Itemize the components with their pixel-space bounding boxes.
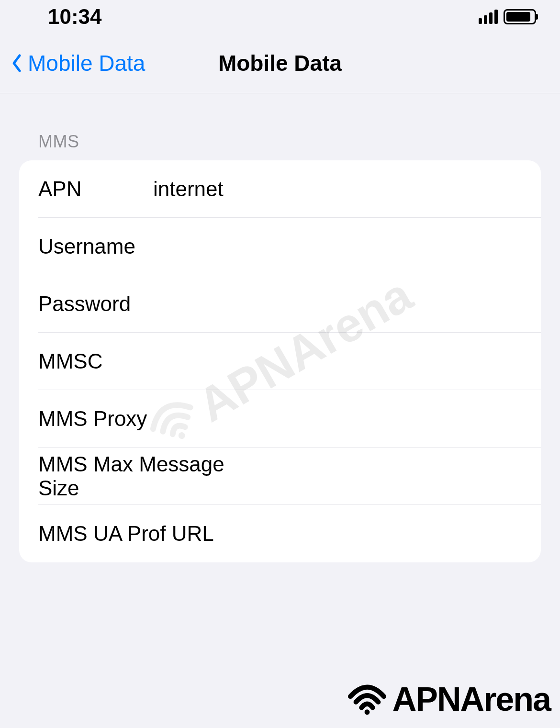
navigation-bar: Mobile Data Mobile Data — [0, 34, 560, 93]
cellular-signal-icon — [479, 10, 498, 24]
mms-settings-group: APN Username Password MMSC MMS Proxy MMS… — [19, 160, 541, 562]
chevron-left-icon — [10, 51, 24, 75]
mms-max-size-input[interactable] — [259, 464, 522, 488]
mms-proxy-label: MMS Proxy — [38, 407, 259, 431]
mmsc-label: MMSC — [38, 349, 153, 373]
apn-row[interactable]: APN — [19, 160, 541, 218]
mms-ua-prof-label: MMS UA Prof URL — [38, 522, 259, 546]
password-input[interactable] — [153, 292, 522, 316]
status-indicators — [479, 9, 536, 24]
mms-ua-prof-row[interactable]: MMS UA Prof URL — [19, 505, 541, 562]
back-button[interactable]: Mobile Data — [0, 50, 145, 76]
username-label: Username — [38, 235, 153, 258]
section-header-mms: MMS — [0, 93, 560, 160]
back-button-label: Mobile Data — [28, 50, 145, 76]
wifi-icon — [346, 682, 389, 717]
apnarena-logo: APNArena — [346, 680, 550, 718]
status-bar: 10:34 — [0, 0, 560, 34]
mmsc-row[interactable]: MMSC — [19, 333, 541, 390]
battery-icon — [504, 9, 536, 24]
mms-proxy-input[interactable] — [259, 407, 522, 431]
logo-text: APNArena — [392, 680, 550, 718]
apn-label: APN — [38, 177, 153, 201]
mms-max-size-row[interactable]: MMS Max Message Size — [19, 448, 541, 505]
status-time: 10:34 — [48, 5, 102, 29]
svg-point-1 — [364, 709, 370, 715]
password-row[interactable]: Password — [19, 275, 541, 333]
mms-max-size-label: MMS Max Message Size — [38, 452, 259, 500]
mmsc-input[interactable] — [153, 349, 522, 373]
mms-ua-prof-input[interactable] — [259, 522, 522, 546]
mms-proxy-row[interactable]: MMS Proxy — [19, 390, 541, 448]
apn-input[interactable] — [153, 177, 522, 201]
password-label: Password — [38, 292, 153, 316]
username-row[interactable]: Username — [19, 218, 541, 275]
page-title: Mobile Data — [218, 50, 342, 76]
username-input[interactable] — [153, 235, 522, 258]
